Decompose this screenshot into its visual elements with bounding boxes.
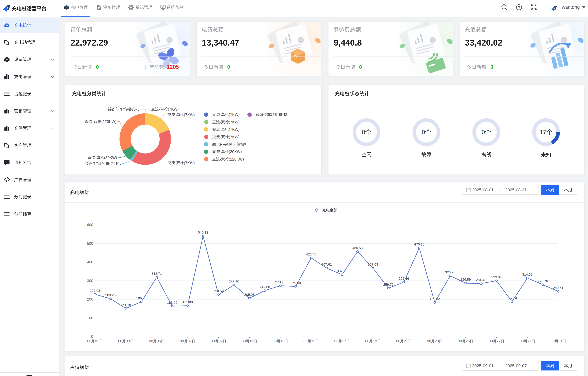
svg-text:08: 08: [242, 339, 246, 343]
svg-text:400: 400: [87, 260, 93, 264]
svg-text:0: 0: [422, 129, 425, 135]
svg-text:476.10: 476.10: [414, 243, 424, 246]
svg-text:456.53: 456.53: [352, 246, 363, 250]
svg-text:-: -: [175, 112, 176, 117]
svg-text:163.20: 163.20: [167, 301, 177, 305]
svg-text:2025-09-01: 2025-09-01: [472, 364, 494, 368]
svg-text:500: 500: [87, 241, 93, 245]
svg-text:08: 08: [520, 339, 524, 343]
svg-text:151.16: 151.16: [121, 303, 131, 307]
svg-text:300: 300: [87, 279, 93, 283]
svg-text:wantong: wantong: [562, 4, 580, 10]
svg-text:23: 23: [435, 339, 439, 343]
svg-text:(120KW): (120KW): [229, 157, 244, 161]
svg-text:247.08: 247.08: [260, 285, 270, 289]
svg-text:326.26: 326.26: [445, 270, 455, 274]
svg-text:(7KW): (7KW): [184, 112, 195, 117]
svg-text:-: -: [499, 364, 500, 368]
svg-text:22,972.29: 22,972.29: [71, 38, 108, 47]
svg-text:224.52: 224.52: [213, 289, 224, 293]
svg-text:R3: R3: [135, 107, 140, 111]
svg-text:07: 07: [188, 339, 192, 343]
svg-text:299.94: 299.94: [491, 275, 502, 279]
svg-text:187.34: 187.34: [507, 296, 517, 300]
svg-text:422.40: 422.40: [306, 252, 316, 256]
svg-text:27: 27: [496, 339, 501, 343]
svg-text:186.85: 186.85: [136, 296, 147, 300]
svg-text:367.61: 367.61: [321, 263, 332, 266]
svg-text:(7KW): (7KW): [168, 107, 179, 111]
svg-text:19: 19: [373, 339, 377, 343]
svg-text:(120KW): (120KW): [101, 120, 116, 124]
svg-text:367.63: 367.63: [368, 263, 378, 266]
svg-text:259.72: 259.72: [383, 283, 394, 287]
svg-text:(30KW): (30KW): [229, 150, 242, 154]
svg-text:0: 0: [91, 334, 93, 339]
svg-text:0: 0: [359, 64, 362, 70]
svg-text:RF: RF: [220, 142, 225, 146]
svg-text:-: -: [220, 112, 221, 117]
svg-text:-: -: [220, 120, 221, 124]
svg-text:-: -: [95, 155, 96, 160]
svg-text:(7KW): (7KW): [229, 135, 240, 139]
svg-text:-: -: [175, 161, 176, 165]
svg-text:-: -: [499, 188, 500, 192]
svg-text:-: -: [220, 157, 221, 161]
svg-text:540.12: 540.12: [198, 231, 208, 234]
svg-text:R3: R3: [282, 112, 287, 117]
svg-text:1205: 1205: [167, 64, 179, 70]
svg-text:17: 17: [342, 339, 346, 343]
svg-text:15: 15: [311, 339, 315, 343]
svg-text:205.93: 205.93: [244, 293, 254, 297]
svg-text:08: 08: [427, 339, 431, 343]
svg-text:08: 08: [273, 339, 277, 343]
svg-text:(7KW): (7KW): [184, 161, 195, 165]
svg-text:314.32: 314.32: [522, 273, 533, 276]
svg-text:21: 21: [404, 339, 408, 343]
svg-text:08: 08: [87, 339, 91, 343]
svg-text:08: 08: [149, 339, 153, 343]
svg-text:(30KW): (30KW): [104, 155, 117, 160]
svg-text:08: 08: [180, 339, 184, 343]
svg-text:08: 08: [304, 339, 308, 343]
svg-text:273.18: 273.18: [275, 280, 285, 284]
svg-text:332.35: 332.35: [337, 269, 347, 273]
svg-text:269.09: 269.09: [291, 281, 301, 285]
svg-text:-: -: [220, 150, 221, 154]
svg-text:RF: RF: [93, 161, 98, 166]
svg-text:08: 08: [334, 339, 338, 343]
svg-text:284.45: 284.45: [476, 278, 486, 282]
svg-text:11: 11: [249, 339, 253, 343]
svg-text:277.16: 277.16: [229, 279, 239, 283]
svg-text:200: 200: [87, 297, 93, 301]
svg-text:100: 100: [87, 316, 93, 320]
svg-text:08: 08: [211, 339, 215, 343]
svg-text:25: 25: [466, 339, 470, 343]
svg-text:2025-08-01: 2025-08-01: [472, 188, 494, 192]
svg-text:2025-09-07: 2025-09-07: [505, 364, 527, 368]
svg-text:203.25: 203.25: [105, 293, 116, 297]
svg-text:-: -: [220, 127, 221, 132]
svg-text:01: 01: [95, 339, 99, 343]
svg-text:08: 08: [396, 339, 400, 343]
svg-text:31: 31: [558, 339, 562, 343]
svg-text:0: 0: [362, 129, 365, 135]
svg-text:278.70: 278.70: [538, 279, 548, 283]
svg-text:08: 08: [118, 339, 122, 343]
svg-text:08: 08: [365, 339, 369, 343]
svg-text:09: 09: [219, 339, 223, 343]
svg-text:227.08: 227.08: [90, 289, 100, 293]
svg-text:(7KW): (7KW): [229, 112, 240, 117]
svg-text:286.89: 286.89: [461, 277, 471, 281]
svg-text:2025-08-31: 2025-08-31: [505, 188, 527, 192]
svg-text:?: ?: [518, 5, 520, 10]
svg-text:13,340.47: 13,340.47: [202, 38, 239, 47]
svg-text:17: 17: [540, 129, 546, 135]
svg-text:292.36: 292.36: [399, 277, 409, 280]
svg-text:-: -: [159, 107, 160, 111]
svg-text:165.80: 165.80: [182, 300, 193, 304]
svg-text:0: 0: [482, 129, 485, 135]
svg-text:-: -: [220, 135, 221, 139]
svg-text:(7KW): (7KW): [229, 127, 240, 132]
svg-text:08: 08: [550, 339, 555, 343]
